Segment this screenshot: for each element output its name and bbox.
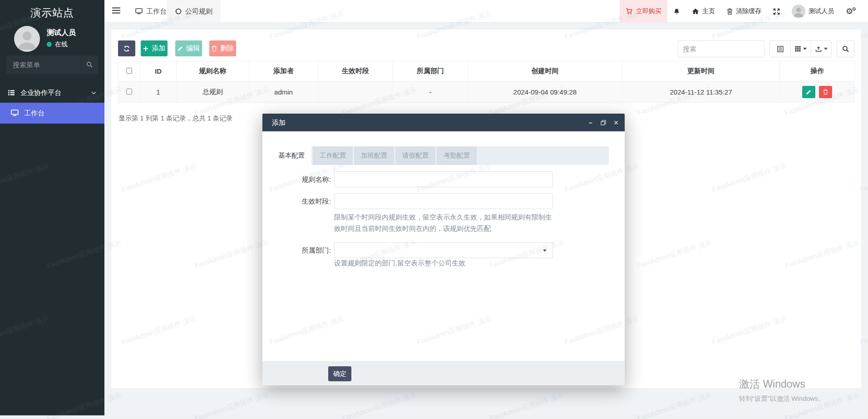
cell-adder: admin (249, 81, 318, 103)
cell-id: 1 (140, 81, 177, 103)
tab-overtime-config[interactable]: 加班配置 (354, 146, 394, 165)
department-label: 所属部门: (262, 246, 331, 255)
row-edit-button[interactable] (802, 86, 815, 98)
sidebar-item-enterprise-platform[interactable]: 企业协作平台 (0, 83, 104, 102)
clear-cache-button[interactable]: 清除缓存 (721, 0, 767, 23)
notifications-button[interactable] (667, 0, 686, 23)
column-header-adder: 添加者 (249, 61, 318, 81)
columns-grid-icon (795, 46, 801, 52)
minimize-icon[interactable] (587, 120, 594, 126)
sidebar-item-workbench[interactable]: 工作台 (0, 103, 104, 124)
hamburger-icon[interactable] (112, 7, 122, 16)
clear-cache-label: 清除缓存 (736, 7, 761, 15)
trash-icon (212, 45, 217, 52)
trash-icon (823, 89, 828, 95)
column-header-department: 所属部门 (393, 61, 468, 81)
dialog-tabs: 基本配置工作配置加班配置请假配置考勤配置 (271, 146, 609, 165)
export-button[interactable] (811, 41, 831, 57)
cell-department: - (393, 81, 468, 103)
navbar-user-name: 测试人员 (809, 7, 834, 15)
tab-attendance-config[interactable]: 考勤配置 (437, 146, 477, 165)
period-input[interactable] (334, 193, 553, 209)
circle-o-icon (175, 8, 182, 15)
tab-label: 公司规则 (185, 7, 212, 16)
columns-button[interactable] (790, 41, 811, 57)
caret-down-icon (543, 249, 547, 252)
column-header-updated: 更新时间 (622, 61, 780, 81)
online-dot-icon (47, 42, 52, 47)
toolbar-right (678, 40, 854, 57)
close-icon[interactable] (613, 120, 619, 126)
ok-button[interactable]: 确定 (328, 366, 351, 381)
refresh-icon (123, 45, 130, 52)
dialog-title: 添加 (272, 114, 286, 131)
dialog-header[interactable]: 添加 (262, 114, 625, 131)
list-icon (8, 90, 15, 96)
sidebar: 演示站点 测试人员 在线 企业协作平台 (0, 0, 104, 415)
table-search-input[interactable] (678, 40, 764, 57)
detail-view-button[interactable] (770, 41, 790, 57)
tab-basic-config[interactable]: 基本配置 (271, 146, 311, 165)
detail-view-icon (777, 46, 784, 52)
table-view-button-group (769, 40, 832, 57)
refresh-button[interactable] (118, 40, 135, 56)
period-label: 生效时段: (262, 197, 331, 206)
watermark-text: FastAdmin应用插件 演示 (488, 390, 565, 419)
person-icon (14, 26, 40, 52)
navbar-right: 立即购买 主页 清除缓存 (620, 0, 863, 23)
fullscreen-button[interactable] (767, 0, 786, 23)
cell-operations (780, 81, 855, 103)
watermark-text: FastAdmin应用插件 演示 (193, 390, 270, 419)
gears-icon (846, 7, 858, 15)
delete-label: 删除 (220, 44, 234, 53)
settings-button[interactable] (840, 0, 863, 23)
home-button[interactable]: 主页 (686, 0, 721, 23)
department-select[interactable] (334, 242, 553, 258)
caret-down-icon (824, 48, 828, 50)
buy-now-button[interactable]: 立即购买 (620, 0, 667, 23)
sidebar-item-label: 工作台 (24, 103, 44, 124)
department-hint: 设置规则限定的部门,留空表示整个公司生效 (334, 257, 557, 269)
maximize-icon[interactable] (600, 120, 607, 126)
avatar (792, 5, 805, 18)
search-icon (86, 61, 93, 68)
windows-activation-notice: 激活 Windows 转到“设置”以激活 Windows。 (739, 377, 825, 403)
row-delete-button[interactable] (819, 86, 832, 98)
menu-search-input[interactable] (6, 55, 84, 74)
window-bottom-edge (0, 415, 868, 419)
sidebar-item-label: 企业协作平台 (20, 83, 61, 102)
add-label: 添加 (152, 44, 165, 53)
home-icon (692, 8, 699, 15)
search-toggle-button[interactable] (837, 40, 854, 57)
cell-created: 2024-09-04 09:49:28 (468, 81, 622, 103)
select-all-checkbox[interactable] (126, 68, 132, 74)
edit-button[interactable]: 编辑 (175, 40, 202, 56)
home-label: 主页 (702, 7, 715, 15)
table-header-row: ID 规则名称 添加者 生效时段 所属部门 创建时间 更新时间 操作 (118, 61, 855, 81)
cell-updated: 2024-11-12 11:35:27 (622, 81, 780, 103)
tab-label: 工作台 (146, 7, 167, 16)
table-row[interactable]: 1 总规则 admin - 2024-09-04 09:49:28 2024-1… (118, 81, 855, 103)
delete-button[interactable]: 删除 (209, 40, 236, 56)
watermark-text: FastAdmin应用插件 演示 (341, 390, 418, 419)
column-header-id: ID (140, 61, 177, 81)
user-name: 测试人员 (47, 28, 76, 38)
user-menu[interactable]: 测试人员 (786, 0, 840, 23)
tab-leave-config[interactable]: 请假配置 (395, 146, 435, 165)
row-checkbox[interactable] (126, 89, 132, 95)
trash-icon (727, 8, 733, 15)
cart-icon (626, 8, 633, 15)
dialog-footer: 确定 (262, 361, 625, 385)
pencil-icon (806, 90, 811, 95)
rule-name-input[interactable] (334, 171, 553, 187)
period-hint: 限制某个时间段内规则生效，留空表示永久生效，如果相同规则有限制生效时间且当前时间… (334, 211, 557, 234)
user-panel: 测试人员 在线 (14, 26, 100, 53)
tab-company-rules[interactable]: 公司规则 (167, 0, 221, 23)
watermark-text: FastAdmin应用插件 演示 (636, 390, 713, 419)
plus-icon (143, 46, 148, 51)
user-avatar (14, 26, 40, 52)
tab-work-config[interactable]: 工作配置 (313, 146, 353, 165)
toolbar: 添加 编辑 删除 (118, 40, 854, 57)
expand-icon (773, 8, 780, 15)
add-button[interactable]: 添加 (141, 40, 168, 56)
